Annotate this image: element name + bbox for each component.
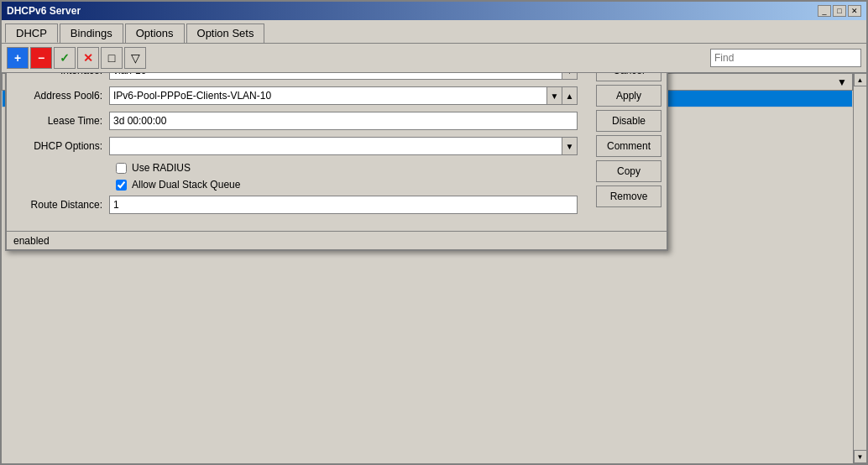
remove-button[interactable]: − (30, 47, 52, 69)
address-pool-value: IPv6-Pool-PPPoE-Clients-VLAN-10 (110, 88, 546, 103)
enable-button[interactable]: ✓ (54, 47, 76, 69)
tab-dhcp[interactable]: DHCP (5, 24, 58, 43)
tab-bar: DHCP Bindings Options Option Sets (2, 20, 866, 43)
tab-bindings[interactable]: Bindings (60, 24, 123, 43)
checkbox-row-use-radius: Use RADIUS (116, 162, 578, 174)
form-row-interface: Interface: vlan-10 ▼ (17, 73, 578, 80)
form-row-route-distance: Route Distance: (17, 196, 578, 214)
dhcp-options-value (110, 144, 562, 148)
form-row-lease-time: Lease Time: (17, 112, 578, 130)
apply-button[interactable]: Apply (596, 85, 661, 107)
interface-value: vlan-10 (110, 73, 562, 78)
add-button[interactable]: + (7, 47, 29, 69)
interface-label: Interface: (17, 73, 109, 76)
dialog-status-bar: enabled (7, 231, 667, 249)
address-pool-dropdown-btn[interactable]: ▼ (546, 87, 562, 104)
dialog-status-text: enabled (13, 235, 50, 247)
main-window: DHCPv6 Server _ □ ✕ DHCP Bindings Option… (0, 0, 868, 465)
lease-time-label: Lease Time: (17, 115, 109, 127)
minimize-button[interactable]: _ (818, 5, 831, 17)
dialog-content: Name: Interface: vlan-10 ▼ (7, 73, 667, 231)
dialog-buttons: OK Cancel Apply Disable Comment Copy Rem… (591, 73, 667, 231)
window-title: DHCPv6 Server (7, 5, 81, 17)
find-box (710, 49, 861, 67)
toolbar: + − ✓ ✕ □ ▽ (2, 43, 866, 73)
interface-select[interactable]: vlan-10 ▼ (109, 73, 578, 80)
dhcp-options-label: DHCP Options: (17, 140, 109, 152)
cancel-button[interactable]: Cancel (596, 73, 661, 81)
interface-dropdown-btn[interactable]: ▼ (562, 73, 577, 79)
lease-time-input[interactable] (109, 112, 578, 130)
remove-button-dialog[interactable]: Remove (596, 185, 661, 207)
address-pool-select[interactable]: IPv6-Pool-PPPoE-Clients-VLAN-10 ▼ (109, 86, 562, 105)
comment-button[interactable]: Comment (596, 135, 661, 157)
table-scroll-area: Name ▼ Interface Address Pool6 Lease Tim… (2, 73, 853, 463)
tab-option-sets[interactable]: Option Sets (186, 24, 265, 43)
table-area: Name ▼ Interface Address Pool6 Lease Tim… (2, 73, 866, 463)
maximize-button[interactable]: □ (833, 5, 846, 17)
dialog-disable-button[interactable]: Disable (596, 110, 661, 132)
title-bar-buttons: _ □ ✕ (818, 5, 861, 17)
disable-button[interactable]: ✕ (77, 47, 99, 69)
copy-button[interactable]: □ (101, 47, 123, 69)
address-pool-label: Address Pool6: (17, 90, 109, 102)
main-content: Name ▼ Interface Address Pool6 Lease Tim… (2, 73, 866, 463)
route-distance-input[interactable] (109, 196, 578, 214)
route-distance-label: Route Distance: (17, 199, 109, 211)
scroll-down-arrow[interactable]: ▼ (854, 450, 867, 463)
scroll-up-arrow[interactable]: ▲ (854, 73, 867, 86)
address-pool-wrap: IPv6-Pool-PPPoE-Clients-VLAN-10 ▼ ▲ (109, 86, 578, 105)
dialog-overlay: DHCPv6 Server <PPPoE-IPv6-VLAN-10> □ ✕ (5, 73, 668, 251)
form-row-dhcp-options: DHCP Options: ▼ (17, 137, 578, 155)
form-row-address-pool: Address Pool6: IPv6-Pool-PPPoE-Clients-V… (17, 86, 578, 105)
allow-dual-stack-label[interactable]: Allow Dual Stack Queue (132, 179, 240, 191)
title-bar: DHCPv6 Server _ □ ✕ (2, 2, 866, 20)
find-input[interactable] (710, 49, 861, 67)
dialog: DHCPv6 Server <PPPoE-IPv6-VLAN-10> □ ✕ (5, 73, 668, 251)
col-expand-icon[interactable]: ▼ (837, 76, 847, 88)
use-radius-checkbox[interactable] (116, 163, 127, 174)
use-radius-label[interactable]: Use RADIUS (132, 162, 191, 174)
tab-options[interactable]: Options (125, 24, 185, 43)
close-button[interactable]: ✕ (848, 5, 861, 17)
allow-dual-stack-checkbox[interactable] (116, 180, 127, 191)
checkbox-row-dual-stack: Allow Dual Stack Queue (116, 179, 578, 191)
right-scrollbar: ▲ ▼ (853, 73, 866, 463)
copy-button-dialog[interactable]: Copy (596, 160, 661, 182)
dhcp-options-select[interactable]: ▼ (109, 137, 578, 155)
address-pool-up-btn[interactable]: ▲ (562, 86, 578, 105)
filter-button[interactable]: ▽ (124, 47, 146, 69)
dhcp-options-dropdown-btn[interactable]: ▼ (562, 138, 577, 154)
dialog-form: Name: Interface: vlan-10 ▼ (7, 73, 591, 231)
